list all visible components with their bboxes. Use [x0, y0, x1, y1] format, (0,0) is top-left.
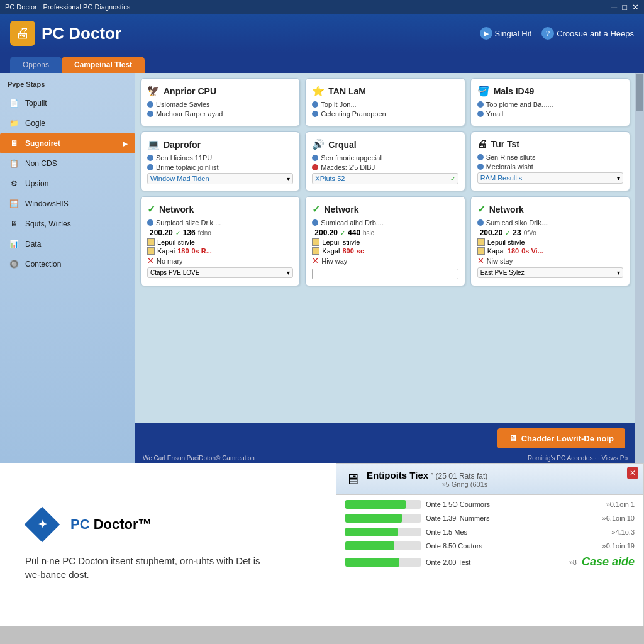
dot-icon [312, 101, 318, 108]
sidebar-item-gogle[interactable]: 📁 Gogle [0, 113, 135, 133]
sidebar-item-windowshis[interactable]: 🪟 WindowsHIS [0, 194, 135, 214]
metric-row-1: 200.20 ✓ 136 fcino [147, 228, 293, 237]
checkbox-1[interactable] [147, 238, 155, 246]
dot-icon [147, 164, 153, 170]
dot-icon [312, 219, 318, 226]
action-button[interactable]: 🖥 Chadder Lowrit-De noip [497, 428, 625, 448]
card-row: Usiomade Savies [147, 101, 293, 108]
network2-input[interactable] [312, 269, 458, 279]
card-row: Sumicad siko Drik.... [477, 219, 623, 226]
logo-diamond-text: ✦ [25, 508, 59, 541]
check-small: ✓ [175, 230, 180, 236]
panel-title: Entipoits Tiex ° (25 01 Rats fat) [367, 470, 487, 480]
card-daprofor: 💻 Daprofor Sen Hicines 11PU Brime toplai… [140, 131, 300, 191]
xpluts-dropdown[interactable]: XPluts 52 ✓ [312, 173, 458, 184]
lower-section: ✦ PC Doctor™ Pül n·ne PC Docton itsent s… [0, 463, 644, 626]
window-mad-tiden-dropdown[interactable]: Window Mad Tiden ▾ [147, 173, 293, 184]
bold-row-1: Kapai 180 0s R... [147, 247, 293, 255]
card-row: Top plome and Ba...... [477, 101, 623, 108]
progress-bar-bg-3 [345, 541, 421, 550]
checkbox-6[interactable] [477, 247, 485, 255]
status-left: We Carl Enson PaciDoton© Camreation [143, 455, 255, 462]
network1-title: ✓ Network [147, 203, 293, 215]
croosue-btn[interactable]: ? Croosue ant a Heeps [541, 27, 634, 40]
sidebar: Pvpe Staps 📄 Topulit 📁 Gogle 🖥 Sugnoiret… [0, 73, 135, 463]
checkbox-3[interactable] [312, 238, 319, 246]
ctaps-dropdown[interactable]: Ctaps PVE LOVE ▾ [147, 267, 293, 278]
ram-resultis-dropdown[interactable]: RAM Resultis ▾ [477, 172, 623, 184]
east-pve-dropdown[interactable]: East PVE Sylez ▾ [477, 267, 623, 278]
card-title-4: 💻 Daprofor [147, 138, 293, 150]
progress-item-0: Onte 1 5O Courmors »0.1oin 1 [345, 500, 635, 509]
dot-icon [147, 219, 153, 226]
card-tur-tst: 🖨 Tur Tst Sen Rinse slluts Meciorals wis… [470, 131, 630, 191]
card-network-1: ✓ Network Surpicad siize Drik.... 200.20… [140, 196, 300, 286]
progress-item-3: Onte 8.50 Coutors »0.1oin 19 [345, 541, 635, 550]
cards-grid: 🦅 Anprior CPU Usiomade Savies Muchoar Ra… [140, 78, 630, 286]
sidebar-item-contection[interactable]: 🔘 Contection [0, 254, 135, 274]
sidebar-item-noncds[interactable]: 📋 Non CDS [0, 153, 135, 174]
panel-title-group: Entipoits Tiex ° (25 01 Rats fat) »5 Gnn… [367, 470, 487, 488]
sidebar-item-sugnoiret[interactable]: 🖥 Sugnoiret ▶ [0, 133, 135, 153]
title-bar-controls[interactable]: ─ □ ✕ [611, 3, 639, 12]
progress-bar-bg-0 [345, 500, 421, 509]
close-btn[interactable]: ✕ [632, 3, 639, 12]
progress-item-4: Onte 2.00 Test »8 Case aide [345, 555, 635, 569]
anprior-icon: 🦅 [147, 85, 160, 97]
card-title-3: 🪣 Mals ID49 [477, 85, 623, 97]
help-icon: ? [541, 27, 554, 40]
title-bar-text: PC Doctor - Professional PC Diagnostics [5, 3, 130, 11]
minimize-btn[interactable]: ─ [611, 3, 617, 12]
bottom-bar: 🖥 Chadder Lowrit-De noip [135, 423, 635, 453]
tab-oppons[interactable]: Oppons [10, 57, 62, 73]
chevron-down-icon: ▾ [617, 269, 620, 276]
title-bar: PC Doctor - Professional PC Diagnostics … [0, 0, 644, 14]
sugnoiret-icon: 🖥 [8, 137, 20, 150]
app-name: PC Doctor [42, 24, 121, 43]
lower-logo: ✦ PC Doctor™ [25, 508, 152, 541]
progress-item-2: Onte 1.5 Mes »4.1o.3 [345, 528, 635, 536]
sidebar-item-squts[interactable]: 🖥 Squts, Wiitles [0, 214, 135, 234]
card-row: Surpicad siize Drik.... [147, 219, 293, 226]
card-mals: 🪣 Mals ID49 Top plome and Ba...... Ymall [470, 78, 630, 126]
case-badge: Case aide [582, 555, 635, 569]
maximize-btn[interactable]: □ [622, 3, 627, 12]
dot-icon [477, 101, 484, 108]
check-small: ✓ [340, 230, 345, 236]
dot-icon [147, 111, 153, 117]
dot-icon [477, 219, 484, 226]
sidebar-item-upsion[interactable]: ⚙ Upsion [0, 174, 135, 194]
noncds-icon: 📋 [8, 157, 20, 170]
dot-icon [312, 111, 318, 117]
active-arrow: ▶ [123, 140, 128, 147]
checkbox-row-1: Lepuil stiivle [147, 238, 293, 246]
singial-hit-btn[interactable]: ▶ Singial Hit [480, 27, 532, 40]
progress-bar-fill-0 [345, 500, 406, 509]
daprofor-icon: 💻 [147, 138, 160, 150]
scroll-thumb[interactable] [636, 74, 643, 111]
chevron-down-icon: ▾ [287, 269, 290, 276]
checkbox-2[interactable] [147, 247, 155, 255]
scroll-track[interactable] [635, 73, 644, 463]
card-row: Sen Hicines 11PU [147, 154, 293, 162]
main-layout: Pvpe Staps 📄 Topulit 📁 Gogle 🖥 Sugnoiret… [0, 73, 644, 463]
sidebar-item-data[interactable]: 📊 Data [0, 234, 135, 254]
checkbox-4[interactable] [312, 247, 319, 255]
logo-icon: 🖨 [10, 21, 35, 46]
panel-close-btn[interactable]: ✕ [627, 467, 638, 479]
chevron-down-icon: ▾ [287, 175, 290, 182]
tab-campeinal[interactable]: Campeinal TIest [62, 57, 145, 73]
sidebar-item-topulit[interactable]: 📄 Topulit [0, 93, 135, 113]
card-row: Top it Jon... [312, 101, 458, 108]
lower-right-panel: ✕ 🖥 Entipoits Tiex ° (25 01 Rats fat) »5… [336, 463, 644, 626]
dot-icon [477, 154, 484, 160]
checkbox-5[interactable] [477, 238, 485, 246]
lower-logo-text: PC Doctor™ [70, 516, 152, 533]
error-row-1: ✕ No mary [147, 256, 293, 265]
action-btn-icon: 🖥 [509, 433, 518, 443]
progress-item-1: Oate 1.39i Nummers »6.1oin 10 [345, 514, 635, 523]
sidebar-title: Pvpe Staps [0, 78, 135, 93]
card-title-6: 🖨 Tur Tst [477, 138, 623, 150]
card-crqual: 🔊 Crqual Sen fmoric upgecial Macdes: 2'5… [305, 131, 465, 191]
contection-icon: 🔘 [8, 258, 20, 270]
